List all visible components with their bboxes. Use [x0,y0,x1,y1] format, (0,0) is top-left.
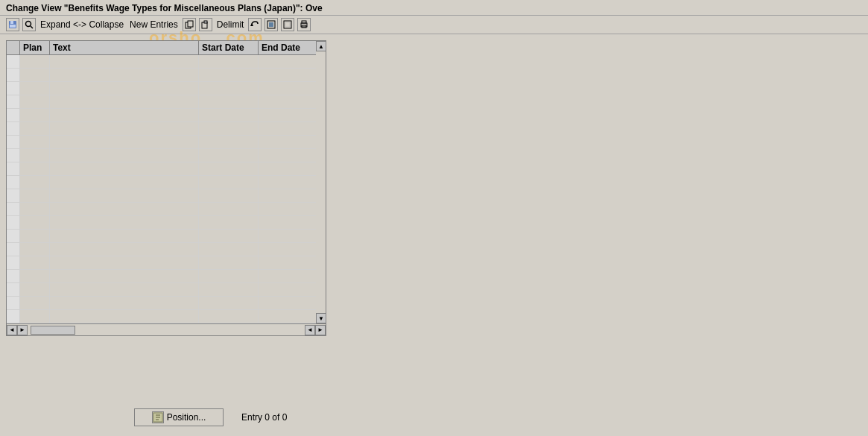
cell-startdate[interactable] [199,203,259,215]
row-selector[interactable] [7,95,20,108]
cell-startdate[interactable] [199,69,259,81]
cell-plan[interactable] [20,189,50,202]
h-scroll-right-left-button[interactable]: ◄ [305,325,315,335]
cell-plan[interactable] [20,82,50,95]
cell-text[interactable] [50,95,199,108]
cell-text[interactable] [50,136,199,148]
cell-plan[interactable] [20,69,50,81]
deselect-all-icon[interactable] [281,18,294,31]
cell-plan[interactable] [20,216,50,229]
table-row[interactable] [7,82,316,95]
row-selector[interactable] [7,216,20,229]
row-selector[interactable] [7,69,20,81]
cell-enddate[interactable] [259,216,316,229]
cell-enddate[interactable] [259,109,316,121]
cell-plan[interactable] [20,176,50,189]
cell-plan[interactable] [20,270,50,282]
select-all-icon[interactable] [264,18,278,31]
row-selector[interactable] [7,176,20,189]
row-selector[interactable] [7,270,20,282]
h-scroll-right-right-button[interactable]: ► [315,325,326,335]
cell-text[interactable] [50,149,199,162]
cell-startdate[interactable] [199,136,259,148]
row-selector[interactable] [7,55,20,68]
cell-text[interactable] [50,122,199,135]
cell-startdate[interactable] [199,176,259,189]
cell-enddate[interactable] [259,176,316,189]
cell-plan[interactable] [20,283,50,296]
cell-startdate[interactable] [199,82,259,95]
cell-startdate[interactable] [199,216,259,229]
cell-text[interactable] [50,216,199,229]
table-row[interactable] [7,270,316,283]
cell-plan[interactable] [20,230,50,242]
h-scroll-left-button[interactable]: ◄ [7,325,17,335]
row-selector[interactable] [7,149,20,162]
cell-enddate[interactable] [259,69,316,81]
table-row[interactable] [7,69,316,82]
cell-enddate[interactable] [259,203,316,215]
cell-text[interactable] [50,256,199,269]
cell-text[interactable] [50,270,199,282]
copy-icon[interactable] [183,18,196,31]
cell-enddate[interactable] [259,136,316,148]
table-row[interactable] [7,230,316,243]
cell-startdate[interactable] [199,297,259,309]
cell-plan[interactable] [20,256,50,269]
row-selector[interactable] [7,256,20,269]
table-row[interactable] [7,149,316,162]
position-button[interactable]: Position... [134,408,224,426]
cell-startdate[interactable] [199,162,259,175]
cell-text[interactable] [50,176,199,189]
save-icon[interactable] [6,18,19,31]
cell-text[interactable] [50,203,199,215]
cell-enddate[interactable] [259,230,316,242]
table-row[interactable] [7,216,316,230]
cell-text[interactable] [50,82,199,95]
table-row[interactable] [7,162,316,176]
cell-startdate[interactable] [199,109,259,121]
paste-icon[interactable] [199,18,212,31]
cell-enddate[interactable] [259,55,316,68]
table-row[interactable] [7,95,316,109]
h-scroll-thumb[interactable] [31,326,75,335]
cell-text[interactable] [50,189,199,202]
scroll-up-button[interactable]: ▲ [316,41,326,51]
cell-plan[interactable] [20,109,50,121]
cell-plan[interactable] [20,310,50,323]
cell-plan[interactable] [20,149,50,162]
table-row[interactable] [7,297,316,310]
table-row[interactable] [7,189,316,203]
row-selector[interactable] [7,243,20,256]
cell-enddate[interactable] [259,82,316,95]
cell-startdate[interactable] [199,310,259,323]
cell-startdate[interactable] [199,189,259,202]
cell-startdate[interactable] [199,230,259,242]
row-selector[interactable] [7,136,20,148]
table-row[interactable] [7,136,316,149]
cell-text[interactable] [50,230,199,242]
table-row[interactable] [7,256,316,270]
cell-plan[interactable] [20,122,50,135]
cell-startdate[interactable] [199,149,259,162]
cell-startdate[interactable] [199,283,259,296]
cell-plan[interactable] [20,243,50,256]
cell-enddate[interactable] [259,310,316,323]
table-row[interactable] [7,203,316,216]
row-selector[interactable] [7,82,20,95]
new-entries-button[interactable]: New Entries [128,19,180,31]
cell-plan[interactable] [20,136,50,148]
cell-enddate[interactable] [259,297,316,309]
cell-text[interactable] [50,243,199,256]
row-selector[interactable] [7,189,20,202]
cell-startdate[interactable] [199,55,259,68]
cell-plan[interactable] [20,55,50,68]
cell-text[interactable] [50,55,199,68]
delimit-button[interactable]: Delimit [215,19,246,31]
table-row[interactable] [7,310,316,323]
cell-startdate[interactable] [199,95,259,108]
cell-enddate[interactable] [259,122,316,135]
table-row[interactable] [7,283,316,297]
cell-text[interactable] [50,310,199,323]
cell-enddate[interactable] [259,256,316,269]
